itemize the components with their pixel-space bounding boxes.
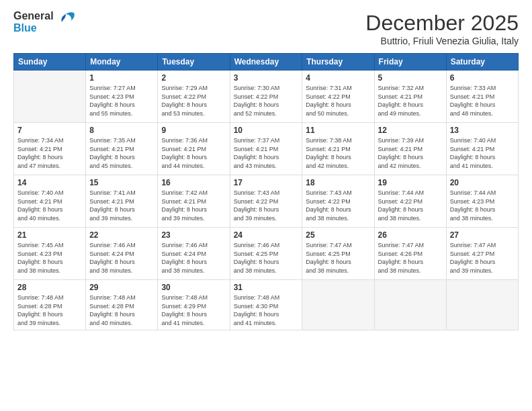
calendar-day-cell: 5Sunrise: 7:32 AM Sunset: 4:21 PM Daylig… [374, 71, 446, 123]
day-info: Sunrise: 7:41 AM Sunset: 4:21 PM Dayligh… [89, 189, 154, 222]
calendar-day-cell: 11Sunrise: 7:38 AM Sunset: 4:21 PM Dayli… [302, 123, 374, 175]
day-number: 17 [234, 178, 299, 187]
calendar-table: Sunday Monday Tuesday Wednesday Thursday… [13, 53, 519, 330]
calendar-day-cell: 7Sunrise: 7:34 AM Sunset: 4:21 PM Daylig… [14, 123, 86, 175]
day-number: 14 [17, 178, 82, 187]
calendar-day-cell: 3Sunrise: 7:30 AM Sunset: 4:22 PM Daylig… [230, 71, 302, 123]
day-number: 28 [17, 283, 82, 292]
day-number: 3 [234, 73, 299, 83]
logo-blue: Blue [13, 23, 54, 34]
day-info: Sunrise: 7:30 AM Sunset: 4:22 PM Dayligh… [234, 84, 299, 118]
day-number: 31 [234, 283, 299, 292]
day-number: 20 [450, 178, 515, 187]
calendar-day-cell: 18Sunrise: 7:43 AM Sunset: 4:22 PM Dayli… [302, 175, 374, 228]
calendar-day-cell: 10Sunrise: 7:37 AM Sunset: 4:21 PM Dayli… [230, 123, 302, 175]
day-number: 24 [234, 230, 299, 240]
logo-general: General [13, 11, 54, 21]
calendar-day-cell: 30Sunrise: 7:48 AM Sunset: 4:29 PM Dayli… [158, 280, 230, 330]
day-number: 18 [306, 178, 370, 187]
calendar-day-cell: 8Sunrise: 7:35 AM Sunset: 4:21 PM Daylig… [86, 123, 158, 175]
calendar-day-cell [446, 280, 518, 330]
calendar-week-row: 7Sunrise: 7:34 AM Sunset: 4:21 PM Daylig… [14, 123, 519, 175]
page: General Blue December 2025 Buttrio, Friu… [0, 0, 532, 411]
calendar-day-cell [14, 71, 86, 123]
calendar-day-cell: 17Sunrise: 7:43 AM Sunset: 4:22 PM Dayli… [230, 175, 302, 228]
day-number: 5 [378, 73, 443, 83]
day-number: 13 [450, 126, 515, 135]
day-number: 1 [89, 73, 154, 83]
calendar-week-row: 28Sunrise: 7:48 AM Sunset: 4:28 PM Dayli… [14, 280, 519, 330]
day-info: Sunrise: 7:35 AM Sunset: 4:21 PM Dayligh… [89, 136, 154, 170]
day-info: Sunrise: 7:40 AM Sunset: 4:21 PM Dayligh… [450, 136, 515, 170]
day-number: 23 [161, 230, 226, 240]
calendar-day-cell: 28Sunrise: 7:48 AM Sunset: 4:28 PM Dayli… [14, 280, 86, 330]
day-info: Sunrise: 7:48 AM Sunset: 4:28 PM Dayligh… [17, 293, 82, 327]
day-number: 8 [89, 126, 154, 135]
day-info: Sunrise: 7:44 AM Sunset: 4:23 PM Dayligh… [450, 189, 515, 222]
day-number: 2 [161, 73, 226, 83]
day-number: 25 [306, 230, 370, 240]
day-number: 27 [450, 230, 515, 240]
day-info: Sunrise: 7:47 AM Sunset: 4:27 PM Dayligh… [450, 241, 515, 275]
calendar-day-cell: 27Sunrise: 7:47 AM Sunset: 4:27 PM Dayli… [446, 228, 518, 280]
calendar-day-cell: 1Sunrise: 7:27 AM Sunset: 4:23 PM Daylig… [86, 71, 158, 123]
calendar-week-row: 14Sunrise: 7:40 AM Sunset: 4:21 PM Dayli… [14, 175, 519, 228]
calendar-day-cell: 25Sunrise: 7:47 AM Sunset: 4:25 PM Dayli… [302, 228, 374, 280]
day-number: 11 [306, 126, 370, 135]
header-sunday: Sunday [14, 54, 86, 71]
day-info: Sunrise: 7:39 AM Sunset: 4:21 PM Dayligh… [378, 136, 443, 170]
calendar-day-cell: 15Sunrise: 7:41 AM Sunset: 4:21 PM Dayli… [86, 175, 158, 228]
day-number: 6 [450, 73, 515, 83]
day-info: Sunrise: 7:45 AM Sunset: 4:23 PM Dayligh… [17, 241, 82, 275]
day-info: Sunrise: 7:38 AM Sunset: 4:21 PM Dayligh… [306, 136, 370, 170]
calendar-week-row: 21Sunrise: 7:45 AM Sunset: 4:23 PM Dayli… [14, 228, 519, 280]
logo: General Blue [13, 11, 75, 34]
calendar-week-row: 1Sunrise: 7:27 AM Sunset: 4:23 PM Daylig… [14, 71, 519, 123]
day-info: Sunrise: 7:43 AM Sunset: 4:22 PM Dayligh… [234, 189, 299, 222]
day-number: 7 [17, 126, 82, 135]
header-saturday: Saturday [446, 54, 518, 71]
day-info: Sunrise: 7:32 AM Sunset: 4:21 PM Dayligh… [378, 84, 443, 118]
calendar-day-cell: 29Sunrise: 7:48 AM Sunset: 4:28 PM Dayli… [86, 280, 158, 330]
calendar-day-cell: 12Sunrise: 7:39 AM Sunset: 4:21 PM Dayli… [374, 123, 446, 175]
calendar-day-cell: 4Sunrise: 7:31 AM Sunset: 4:22 PM Daylig… [302, 71, 374, 123]
calendar-day-cell: 2Sunrise: 7:29 AM Sunset: 4:22 PM Daylig… [158, 71, 230, 123]
calendar-day-cell: 14Sunrise: 7:40 AM Sunset: 4:21 PM Dayli… [14, 175, 86, 228]
day-info: Sunrise: 7:44 AM Sunset: 4:22 PM Dayligh… [378, 189, 443, 222]
day-info: Sunrise: 7:46 AM Sunset: 4:24 PM Dayligh… [89, 241, 154, 275]
day-info: Sunrise: 7:48 AM Sunset: 4:29 PM Dayligh… [161, 293, 226, 327]
calendar-day-cell: 13Sunrise: 7:40 AM Sunset: 4:21 PM Dayli… [446, 123, 518, 175]
day-info: Sunrise: 7:47 AM Sunset: 4:26 PM Dayligh… [378, 241, 443, 275]
day-number: 16 [161, 178, 226, 187]
main-title: December 2025 [365, 11, 519, 36]
calendar-day-cell: 26Sunrise: 7:47 AM Sunset: 4:26 PM Dayli… [374, 228, 446, 280]
calendar-day-cell: 23Sunrise: 7:46 AM Sunset: 4:24 PM Dayli… [158, 228, 230, 280]
calendar-day-cell: 19Sunrise: 7:44 AM Sunset: 4:22 PM Dayli… [374, 175, 446, 228]
calendar-day-cell: 16Sunrise: 7:42 AM Sunset: 4:21 PM Dayli… [158, 175, 230, 228]
header-friday: Friday [374, 54, 446, 71]
calendar-day-cell [302, 280, 374, 330]
day-number: 4 [306, 73, 370, 83]
day-info: Sunrise: 7:27 AM Sunset: 4:23 PM Dayligh… [89, 84, 154, 118]
day-info: Sunrise: 7:33 AM Sunset: 4:21 PM Dayligh… [450, 84, 515, 118]
header-wednesday: Wednesday [230, 54, 302, 71]
day-info: Sunrise: 7:36 AM Sunset: 4:21 PM Dayligh… [161, 136, 226, 170]
day-info: Sunrise: 7:29 AM Sunset: 4:22 PM Dayligh… [161, 84, 226, 118]
calendar-day-cell: 9Sunrise: 7:36 AM Sunset: 4:21 PM Daylig… [158, 123, 230, 175]
day-number: 9 [161, 126, 226, 135]
calendar-day-cell: 20Sunrise: 7:44 AM Sunset: 4:23 PM Dayli… [446, 175, 518, 228]
header-tuesday: Tuesday [158, 54, 230, 71]
day-number: 22 [89, 230, 154, 240]
day-info: Sunrise: 7:46 AM Sunset: 4:24 PM Dayligh… [161, 241, 226, 275]
day-number: 19 [378, 178, 443, 187]
day-info: Sunrise: 7:40 AM Sunset: 4:21 PM Dayligh… [17, 189, 82, 222]
day-info: Sunrise: 7:31 AM Sunset: 4:22 PM Dayligh… [306, 84, 370, 118]
day-info: Sunrise: 7:46 AM Sunset: 4:25 PM Dayligh… [234, 241, 299, 275]
calendar-day-cell: 24Sunrise: 7:46 AM Sunset: 4:25 PM Dayli… [230, 228, 302, 280]
day-number: 12 [378, 126, 443, 135]
calendar-day-cell [374, 280, 446, 330]
day-number: 10 [234, 126, 299, 135]
day-info: Sunrise: 7:37 AM Sunset: 4:21 PM Dayligh… [234, 136, 299, 170]
title-block: December 2025 Buttrio, Friuli Venezia Gi… [365, 11, 519, 46]
subtitle: Buttrio, Friuli Venezia Giulia, Italy [365, 36, 519, 46]
